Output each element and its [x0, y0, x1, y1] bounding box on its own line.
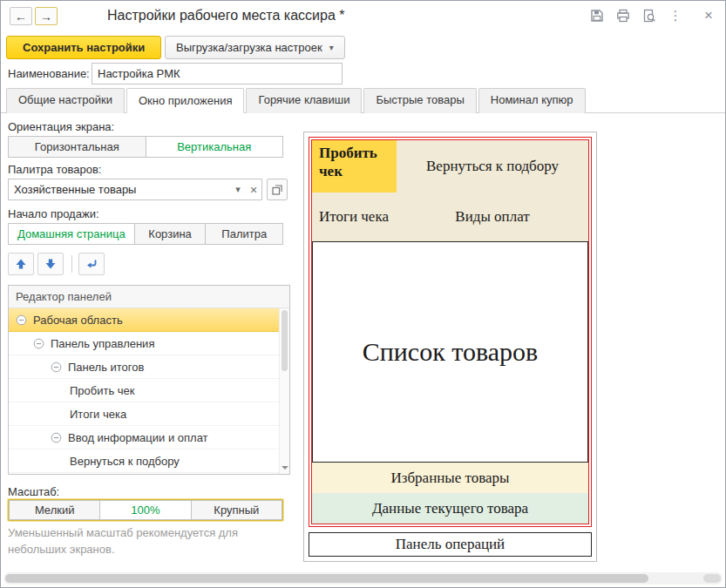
tree-item-work-area[interactable]: Рабочая область [9, 308, 289, 332]
tree-item-totals-panel[interactable]: Панель итогов [9, 355, 289, 379]
horizontal-scrollbar-end[interactable] [703, 574, 721, 583]
print-icon[interactable] [615, 8, 631, 24]
reset-layout-button[interactable] [78, 253, 105, 275]
back-arrow-icon: ← [15, 10, 27, 24]
tree-item-label: Панель итогов [68, 361, 144, 374]
horizontal-scrollbar[interactable] [3, 572, 723, 585]
preview-operations-panel-cell[interactable]: Панель операций [309, 532, 592, 557]
combo-clear-icon[interactable]: × [246, 179, 261, 199]
palette-value: Хозяйственные товары [9, 183, 230, 196]
page-title: Настройки рабочего места кассира * [107, 8, 345, 24]
palette-label: Палитра товаров: [8, 163, 101, 176]
preview-product-list-cell[interactable]: Список товаров [312, 241, 588, 463]
tree-item-check-totals[interactable]: Итоги чека [9, 402, 289, 426]
collapse-icon[interactable] [51, 362, 62, 373]
open-list-icon [272, 185, 282, 195]
scale-label: Масштаб: [8, 485, 59, 498]
tree-item-punch-check[interactable]: Пробить чек [9, 379, 289, 402]
preview-frame-inner: Пробить чек Вернуться к подбору Итоги че… [311, 139, 589, 524]
tree-item-label: Рабочая область [33, 314, 123, 327]
tree-item-label: Итоги чека [70, 408, 126, 421]
chevron-down-icon: ▾ [329, 43, 334, 52]
scale-hint-text: Уменьшенный масштаб рекомендуется для не… [8, 525, 290, 558]
combo-dropdown-icon[interactable]: ▾ [230, 179, 246, 199]
tab-general-settings[interactable]: Общие настройки [6, 88, 125, 113]
palette-combo[interactable]: Хозяйственные товары ▾ × [8, 179, 262, 200]
start-option-palette[interactable]: Палитра [206, 223, 283, 245]
preview-frame: Пробить чек Вернуться к подбору Итоги че… [309, 137, 592, 527]
start-sale-label: Начало продажи: [8, 207, 99, 220]
move-down-button[interactable] [37, 253, 64, 275]
save-settings-button[interactable]: Сохранить настройки [6, 36, 161, 59]
titlebar-actions: ⋮ × [589, 8, 716, 24]
tree-item-label: Панель управления [51, 337, 154, 350]
tree-header: Редактор панелей [9, 286, 289, 308]
start-sale-toggle: Домашняя страница Корзина Палитра [8, 223, 283, 245]
start-option-cart[interactable]: Корзина [135, 223, 207, 245]
preview-back-to-selection-cell[interactable]: Вернуться к подбору [397, 140, 588, 193]
preview-punch-check-cell[interactable]: Пробить чек [312, 140, 397, 193]
collapse-icon[interactable] [33, 338, 44, 349]
move-up-button[interactable] [8, 253, 34, 275]
scale-toggle: Мелкий 100% Крупный [8, 499, 283, 521]
settings-window: ← → Настройки рабочего места кассира * ⋮… [0, 0, 726, 588]
tree-item-label: Вернуться к подбору [70, 455, 180, 468]
preview-top-panel: Пробить чек Вернуться к подбору Итоги че… [312, 140, 588, 241]
forward-button[interactable]: → [35, 7, 58, 25]
forward-arrow-icon: → [40, 10, 52, 24]
titlebar: ← → Настройки рабочего места кассира * ⋮… [1, 1, 725, 30]
preview-favorites-cell[interactable]: Избранные товары [312, 463, 588, 493]
tree-scrollbar-thumb[interactable] [282, 310, 288, 371]
tab-banknotes[interactable]: Номинал купюр [478, 88, 586, 113]
export-import-button[interactable]: Выгрузка/загрузка настроек ▾ [165, 36, 345, 59]
orientation-option-horizontal[interactable]: Горизонтальная [8, 136, 146, 158]
tab-strip: Общие настройки Окно приложения Горячие … [1, 89, 725, 113]
tab-quick-goods[interactable]: Быстрые товары [363, 88, 476, 113]
tree-item-label: Ввод информации и оплат [68, 431, 208, 444]
tree-toolbar [8, 253, 105, 275]
tree-item-input-and-payment[interactable]: Ввод информации и оплат [9, 426, 289, 449]
arrow-up-icon [15, 258, 27, 270]
panel-editor-tree: Редактор панелей Рабочая область Панель … [8, 285, 290, 475]
layout-preview: Пробить чек Вернуться к подбору Итоги че… [303, 132, 597, 562]
name-label: Наименование: [8, 67, 90, 80]
horizontal-scrollbar-thumb[interactable] [5, 574, 648, 583]
scroll-down-icon[interactable] [280, 462, 290, 474]
toolbar-separator [71, 255, 72, 273]
preview-current-item-cell[interactable]: Данные текущего товара [312, 493, 588, 524]
preview-payment-types-cell[interactable]: Виды оплат [397, 193, 588, 241]
save-icon[interactable] [589, 8, 605, 24]
tree-item-control-panel[interactable]: Панель управления [9, 332, 289, 355]
tree-item-back-to-selection[interactable]: Вернуться к подбору [9, 449, 289, 473]
collapse-icon[interactable] [16, 314, 27, 326]
close-icon[interactable]: × [701, 8, 716, 24]
start-option-home[interactable]: Домашняя страница [8, 223, 135, 245]
back-button[interactable]: ← [10, 7, 32, 25]
palette-field: Хозяйственные товары ▾ × [8, 179, 288, 200]
orientation-label: Ориентация экрана: [8, 120, 114, 133]
name-input[interactable] [92, 63, 343, 84]
collapse-icon[interactable] [51, 432, 62, 443]
scale-option-100[interactable]: 100% [100, 500, 191, 520]
palette-open-button[interactable] [267, 179, 288, 200]
preview-check-totals-cell[interactable]: Итоги чека [312, 193, 397, 241]
scale-option-large[interactable]: Крупный [192, 500, 282, 520]
orientation-toggle: Горизонтальная Вертикальная [8, 136, 283, 158]
arrow-down-icon [44, 258, 57, 270]
tree-scrollbar[interactable] [279, 308, 289, 474]
return-arrow-icon [85, 258, 98, 270]
orientation-option-vertical[interactable]: Вертикальная [146, 136, 284, 158]
tab-hotkeys[interactable]: Горячие клавиши [246, 88, 362, 113]
tab-application-window[interactable]: Окно приложения [126, 88, 245, 113]
tree-item-label: Пробить чек [70, 384, 135, 397]
export-import-label: Выгрузка/загрузка настроек [176, 41, 322, 54]
more-icon[interactable]: ⋮ [668, 8, 683, 24]
scale-option-small[interactable]: Мелкий [9, 500, 100, 520]
get-link-icon[interactable] [641, 8, 657, 24]
